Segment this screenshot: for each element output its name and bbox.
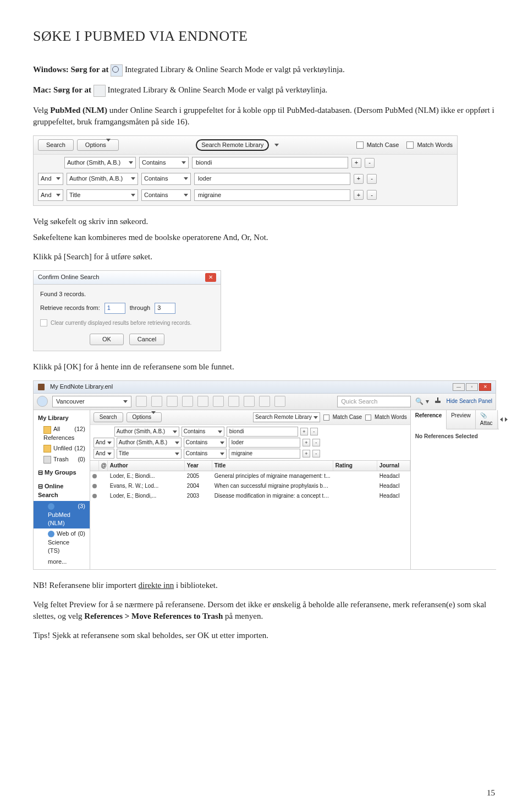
add-row-button[interactable]: + (300, 428, 308, 435)
search-value-input[interactable]: biondi (227, 427, 298, 437)
operator-dropdown[interactable]: And (94, 449, 114, 459)
search-value-input[interactable]: migraine (229, 449, 300, 459)
tab-attachments[interactable]: 📎 Attac (476, 410, 498, 429)
toolbar-icon[interactable] (228, 396, 239, 407)
para-tips: Tips! Sjekk at referansene som skal beho… (33, 630, 495, 641)
sidebar-item-more[interactable]: more... (34, 557, 90, 567)
toolbar-icon[interactable] (197, 396, 208, 407)
field-dropdown[interactable]: Author (Smith, A.B.) (67, 173, 138, 184)
sidebar-item-all[interactable]: All References(12) (34, 424, 90, 443)
toolbar-icon[interactable] (244, 396, 255, 407)
condition-dropdown[interactable]: Contains (184, 438, 227, 448)
sidebar-item-unfiled[interactable]: Unfiled(12) (34, 443, 90, 454)
through-input[interactable]: 3 (155, 303, 175, 313)
col-year[interactable]: Year (185, 461, 212, 471)
toolbar-icon[interactable] (151, 396, 162, 407)
results-header: @ Author Year Title Rating Journal (90, 461, 410, 471)
caret-icon (123, 400, 128, 403)
caret-icon (175, 453, 179, 455)
result-row[interactable]: Evans, R. W.; Lod...2004When can success… (90, 481, 410, 491)
close-icon[interactable]: ✕ (205, 273, 216, 282)
result-row[interactable]: Loder, E.; Biondi,...2003Disease modific… (90, 491, 410, 501)
col-title[interactable]: Title (212, 461, 333, 471)
remove-row-button[interactable]: - (312, 450, 320, 457)
hide-search-panel-link[interactable]: Hide Search Panel (447, 397, 492, 405)
status-dot-icon (92, 484, 97, 488)
col-rating[interactable]: Rating (333, 461, 377, 471)
quick-search-input[interactable]: Quick Search (337, 396, 411, 407)
tab-preview[interactable]: Preview (447, 410, 476, 429)
match-words-label: Match Words (417, 141, 453, 149)
match-case-checkbox[interactable] (323, 415, 329, 421)
condition-dropdown[interactable]: Contains (182, 427, 224, 437)
result-row[interactable]: Loder, E.; Biondi...2005General principl… (90, 471, 410, 481)
search-value-input[interactable]: loder (229, 438, 300, 448)
close-button[interactable]: ✕ (479, 383, 491, 391)
col-author[interactable]: Author (108, 461, 185, 471)
match-case-checkbox[interactable] (356, 141, 364, 149)
remove-row-button[interactable]: - (310, 428, 318, 435)
match-words-checkbox[interactable] (406, 141, 414, 149)
menu-path-emphasis: References > Move References to Trash (84, 612, 223, 620)
add-row-button[interactable]: + (354, 190, 364, 200)
search-mode-dropdown[interactable]: Search Remote Library (253, 412, 320, 422)
mode-icon[interactable] (37, 396, 48, 407)
ok-button[interactable]: OK (90, 334, 124, 345)
field-dropdown[interactable]: Author (Smith, A.B.) (114, 427, 179, 437)
sidebar-item-pubmed[interactable]: PubMed (NLM)(3) (34, 501, 90, 528)
remove-row-button[interactable]: - (367, 174, 377, 184)
condition-dropdown[interactable]: Contains (141, 189, 191, 201)
operator-dropdown[interactable]: And (94, 438, 114, 448)
toolbar-icon[interactable] (274, 396, 285, 407)
toolbar-icon[interactable] (213, 396, 224, 407)
remove-row-button[interactable]: - (312, 439, 320, 446)
sidebar-item-trash[interactable]: Trash(0) (34, 454, 90, 465)
search-value-input[interactable]: migraine (194, 189, 350, 201)
add-row-button[interactable]: + (302, 439, 310, 446)
search-icon[interactable]: 🔍 ▾ (415, 397, 428, 406)
search-button[interactable]: Search (94, 412, 123, 422)
add-row-button[interactable]: + (351, 158, 361, 168)
remove-row-button[interactable]: - (365, 158, 375, 168)
toolbar-icon[interactable] (136, 396, 147, 407)
through-label: through (130, 304, 150, 312)
col-journal[interactable]: Journal (377, 461, 410, 471)
condition-dropdown[interactable]: Contains (141, 173, 191, 184)
field-dropdown[interactable]: Title (117, 449, 182, 459)
toolbar-icon[interactable] (259, 396, 270, 407)
from-input[interactable]: 1 (105, 303, 125, 313)
cancel-button[interactable]: Cancel (129, 334, 164, 345)
operator-dropdown[interactable]: And (38, 173, 63, 184)
condition-dropdown[interactable]: Contains (139, 157, 189, 168)
field-dropdown[interactable]: Author (Smith, A.B.) (64, 157, 136, 168)
operator-dropdown[interactable]: And (38, 189, 63, 201)
search-value-input[interactable]: biondi (192, 157, 348, 168)
minimize-button[interactable]: — (453, 383, 465, 391)
search-button[interactable]: Search (38, 139, 74, 151)
options-button[interactable]: Options (127, 412, 162, 422)
search-value-input[interactable]: loder (194, 173, 350, 184)
add-row-button[interactable]: + (302, 450, 310, 457)
clear-results-checkbox[interactable] (40, 319, 47, 326)
maximize-button[interactable]: ▫ (466, 383, 478, 391)
endnote-window-screenshot: My EndNote Library.enl — ▫ ✕ Vancouver Q… (33, 380, 496, 570)
options-button[interactable]: Options (77, 139, 119, 151)
tab-reference[interactable]: Reference (411, 410, 447, 429)
next-icon[interactable] (505, 417, 508, 422)
sidebar-item-wos[interactable]: Web of Science (TS)(0) (34, 528, 90, 556)
para-click-search: Klikk på [Search] for å utføre søket. (33, 251, 495, 263)
para-select-field: Velg søkefelt og skriv inn søkeord. (33, 216, 495, 227)
style-dropdown[interactable]: Vancouver (52, 396, 131, 407)
add-row-button[interactable]: + (354, 174, 364, 184)
book-icon (38, 384, 45, 390)
search-mode-dropdown[interactable]: Search Remote Library (196, 139, 269, 151)
remove-row-button[interactable]: - (367, 190, 377, 200)
match-words-checkbox[interactable] (365, 415, 371, 421)
field-dropdown[interactable]: Author (Smith, A.B.) (117, 438, 182, 448)
pin-icon[interactable] (433, 397, 442, 405)
toolbar-icon[interactable] (182, 396, 193, 407)
toolbar-icon[interactable] (167, 396, 178, 407)
field-dropdown[interactable]: Title (67, 189, 138, 201)
prev-icon[interactable] (500, 417, 503, 422)
condition-dropdown[interactable]: Contains (184, 449, 227, 459)
